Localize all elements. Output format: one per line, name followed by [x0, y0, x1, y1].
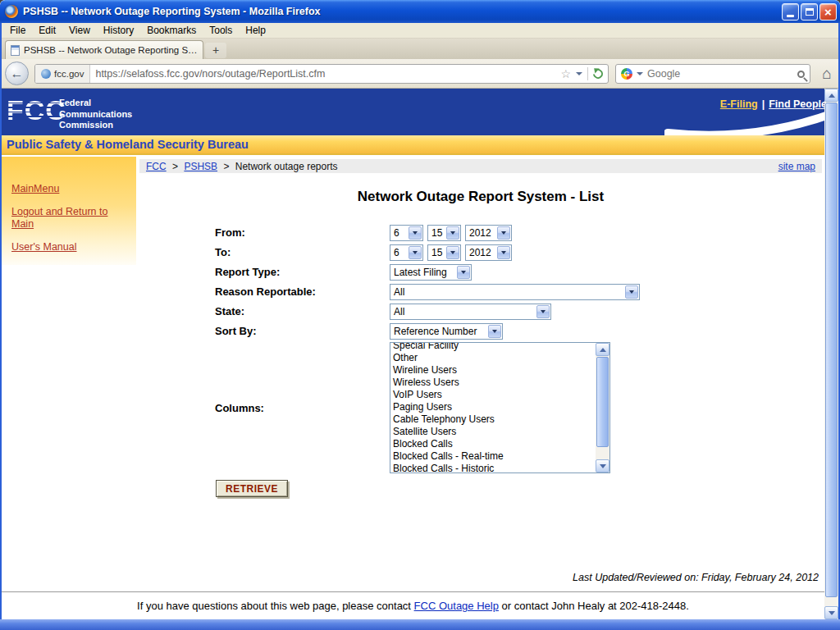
scroll-down-icon [829, 611, 835, 615]
scroll-down-button[interactable] [596, 459, 609, 472]
menu-item-tools[interactable]: Tools [203, 23, 239, 38]
window-scrollbar-thumb[interactable] [825, 103, 838, 597]
tab-active[interactable]: PSHSB -- Network Outage Reporting System [5, 40, 203, 59]
to-day-select[interactable]: 15 [427, 244, 461, 261]
menu-item-file[interactable]: File [3, 23, 32, 38]
tab-bar: PSHSB -- Network Outage Reporting System… [0, 39, 840, 59]
chevron-down-icon[interactable] [409, 246, 422, 259]
maximize-button[interactable] [801, 3, 818, 21]
columns-option[interactable]: Blocked Calls - Historic [390, 463, 596, 472]
site-identity-badge[interactable]: fcc.gov [35, 65, 90, 83]
back-button[interactable]: ← [5, 62, 29, 85]
menu-item-history[interactable]: History [97, 23, 140, 38]
columns-option[interactable]: Blocked Calls [390, 438, 596, 450]
from-month-select[interactable]: 6 [390, 225, 423, 241]
breadcrumb-fcc-link[interactable]: FCC [146, 161, 167, 172]
sort-by-select[interactable]: Reference Number [390, 323, 503, 340]
sidebar-item-users-manual[interactable]: User's Manual [11, 241, 131, 253]
tab-favicon-icon [11, 45, 20, 56]
minimize-icon [787, 15, 794, 17]
columns-option[interactable]: Wireless Users [390, 377, 596, 389]
from-year-select[interactable]: 2012 [465, 225, 512, 241]
state-select[interactable]: All [390, 304, 551, 320]
reason-reportable-select[interactable]: All [390, 284, 640, 300]
url-text[interactable]: https://selafoss.fcc.gov/nors/outage/Rep… [90, 68, 560, 80]
urlbar-dropdown-icon[interactable] [576, 72, 582, 75]
menu-item-bookmarks[interactable]: Bookmarks [140, 23, 203, 38]
window-border-bottom [0, 619, 840, 630]
find-people-link[interactable]: Find People [769, 98, 827, 110]
scroll-up-button[interactable] [596, 343, 609, 356]
sidebar-item-logout[interactable]: Logout and Return to Main [11, 206, 131, 231]
org-line-3: Commission [59, 120, 132, 131]
fcc-logo: FCC [7, 94, 66, 126]
site-map-link[interactable]: site map [778, 161, 815, 172]
chevron-down-icon[interactable] [536, 305, 550, 318]
search-icon[interactable] [797, 71, 805, 78]
columns-listbox[interactable]: Special Facility Other Wireline Users Wi… [390, 342, 610, 473]
window-title: PSHSB -- Network Outage Reporting System… [23, 6, 782, 17]
columns-option[interactable]: Blocked Calls - Real-time [390, 450, 596, 463]
chevron-down-icon[interactable] [446, 246, 459, 259]
columns-option[interactable]: Paging Users [390, 401, 596, 413]
to-month-select[interactable]: 6 [390, 244, 423, 261]
to-year-select[interactable]: 2012 [465, 244, 512, 261]
scroll-down-icon [600, 464, 606, 468]
menu-item-help[interactable]: Help [239, 23, 272, 38]
close-button[interactable]: × [819, 3, 837, 21]
globe-icon [41, 69, 51, 79]
search-input[interactable] [647, 68, 793, 80]
reload-icon[interactable] [591, 67, 605, 81]
sidebar-item-mainmenu[interactable]: MainMenu [11, 183, 131, 195]
header-swoosh [664, 109, 837, 135]
url-bar[interactable]: fcc.gov https://selafoss.fcc.gov/nors/ou… [34, 64, 609, 84]
columns-option[interactable]: VoIP Users [390, 389, 596, 401]
columns-option[interactable]: Cable Telephony Users [390, 413, 596, 426]
efiling-link[interactable]: E-Filing [720, 98, 758, 110]
chevron-down-icon[interactable] [488, 325, 501, 338]
menu-item-edit[interactable]: Edit [32, 23, 62, 38]
chevron-down-icon[interactable] [625, 285, 638, 299]
minimize-button[interactable] [782, 3, 799, 21]
chevron-down-icon[interactable] [457, 266, 470, 279]
breadcrumb-separator: > [223, 161, 229, 172]
search-bar[interactable]: G [615, 64, 810, 84]
chevron-down-icon[interactable] [497, 246, 510, 259]
columns-option[interactable]: Other [390, 352, 596, 364]
menu-item-view[interactable]: View [62, 23, 97, 38]
window-scroll-down-button[interactable] [824, 606, 838, 619]
from-day-select[interactable]: 15 [427, 225, 461, 241]
sort-by-label: Sort By: [215, 325, 390, 337]
breadcrumb-current: Network outage reports [235, 161, 338, 172]
report-type-select[interactable]: Latest Filing [390, 264, 472, 281]
fcc-outage-help-link[interactable]: FCC Outage Help [414, 600, 499, 612]
reason-reportable-label: Reason Reportable: [215, 285, 390, 298]
page-title: Network Outage Report System - List [139, 189, 822, 205]
columns-option[interactable]: Wireline Users [390, 364, 596, 377]
fcc-header: FCC Federal Communications Commission E-… [0, 89, 840, 135]
maximize-icon [806, 8, 814, 16]
browser-window: PSHSB -- Network Outage Reporting System… [0, 0, 840, 630]
columns-option[interactable]: Special Facility [390, 343, 596, 352]
listbox-scrollbar [596, 343, 609, 472]
breadcrumb-pshsb-link[interactable]: PSHSB [184, 161, 217, 172]
listbox-scrollbar-thumb[interactable] [596, 357, 609, 447]
bookmark-star-icon[interactable]: ☆ [560, 68, 571, 80]
search-engine-dropdown-icon[interactable] [637, 72, 643, 75]
chevron-down-icon[interactable] [446, 226, 459, 240]
google-logo-icon[interactable]: G [621, 68, 632, 80]
chevron-down-icon[interactable] [409, 226, 422, 240]
new-tab-button[interactable]: + [205, 43, 226, 58]
home-button[interactable]: ⌂ [817, 63, 837, 84]
columns-label: Columns: [215, 402, 390, 414]
site-identity-label: fcc.gov [54, 69, 84, 79]
report-filter-form: From: 6 15 2012 To: 6 15 [215, 224, 674, 476]
bureau-banner: Public Safety & Homeland Security Bureau [0, 135, 840, 155]
retrieve-button[interactable]: RETRIEVE [216, 480, 288, 497]
footer-text: If you have questions about this web pag… [2, 600, 824, 612]
columns-option[interactable]: Satellite Users [390, 426, 596, 438]
chevron-down-icon[interactable] [497, 226, 510, 240]
firefox-icon [5, 5, 18, 18]
window-scroll-up-button[interactable] [824, 89, 838, 102]
header-links: E-Filing|Find People [720, 98, 827, 110]
